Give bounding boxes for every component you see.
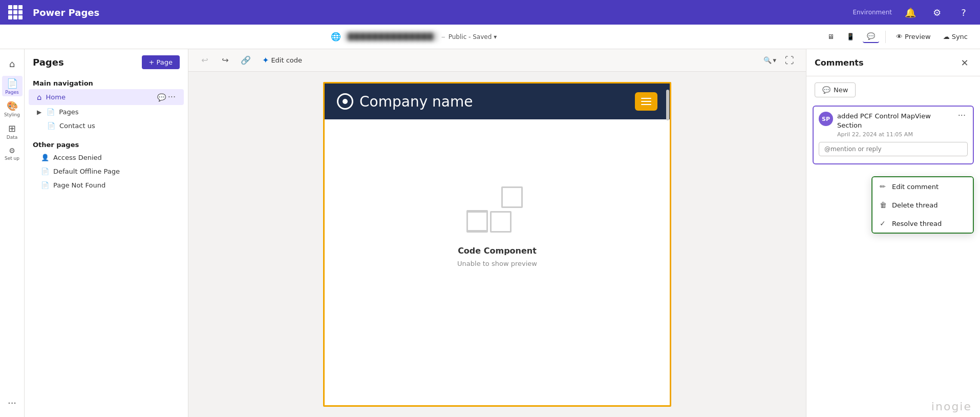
sync-button[interactable]: ☁ Sync: [939, 31, 972, 43]
home-more-icon[interactable]: ···: [168, 92, 176, 102]
hamburger-button[interactable]: [635, 92, 657, 111]
pages-panel-title: Pages: [33, 57, 64, 68]
toolbar-right-actions: 🖥 📱 💬 👁 Preview ☁ Sync: [823, 30, 972, 43]
status-badge: Public - Saved ▾: [449, 33, 497, 40]
sidebar-item-home[interactable]: ⌂: [2, 53, 23, 74]
pages-label: Pages: [5, 90, 18, 95]
comment-context-menu: ✏ Edit comment 🗑 Delete thread ✓ Resolve…: [871, 176, 974, 234]
nav-item-access-denied[interactable]: 👤 Access Denied: [29, 151, 184, 164]
undo-button[interactable]: ↩: [197, 52, 213, 69]
more-options-button[interactable]: ···: [2, 392, 23, 413]
home-nav-icon: ⌂: [37, 93, 42, 102]
zoom-chevron: ▾: [773, 56, 776, 64]
app-title: Power Pages: [33, 7, 99, 18]
scrollbar[interactable]: [666, 84, 670, 405]
nav-item-access-denied-label: Access Denied: [53, 154, 102, 161]
edit-code-label: Edit code: [271, 56, 302, 64]
offline-icon: 📄: [41, 168, 49, 175]
new-comment-icon: 💬: [822, 86, 830, 94]
home-nav-actions: 💬 ···: [157, 92, 176, 102]
hamburger-line-3: [641, 104, 651, 105]
preview-label: Preview: [905, 33, 931, 40]
toggle-tablet-button[interactable]: 📱: [842, 31, 859, 43]
comment-thread: SP added PCF Control MapView Section Apr…: [813, 106, 974, 164]
contact-page-icon: 📄: [47, 122, 55, 130]
access-denied-icon: 👤: [41, 154, 49, 161]
logo-circle-inner: [343, 99, 348, 104]
preview-button[interactable]: 👁 Preview: [892, 31, 935, 43]
canvas-toolbar: ↩ ↪ 🔗 ✦ Edit code 🔍 ▾ ⛶: [188, 49, 806, 72]
pages-icon: 📄: [7, 78, 18, 89]
nav-item-offline-label: Default Offline Page: [53, 168, 120, 175]
home-comment-icon[interactable]: 💬: [157, 93, 166, 101]
close-comments-button[interactable]: ✕: [957, 55, 972, 70]
sidebar-item-styling[interactable]: 🎨 Styling: [2, 98, 23, 119]
new-comment-label: New: [834, 86, 848, 94]
edit-comment-label: Edit comment: [892, 183, 939, 191]
comment-body: added PCF Control MapView Section April …: [837, 112, 956, 138]
hamburger-line-1: [641, 98, 651, 99]
globe-icon: 🌐: [331, 32, 341, 41]
check-icon: ✓: [880, 219, 888, 227]
status-chevron[interactable]: ▾: [494, 33, 497, 40]
app-brand: Power Pages: [8, 5, 99, 19]
main-layout: ⌂ 📄 Pages 🎨 Styling ⊞ Data ⚙ Set up ··· …: [0, 49, 980, 417]
new-comment-button[interactable]: 💬 New: [815, 82, 856, 97]
comment-text: added PCF Control MapView Section: [837, 112, 956, 130]
nav-item-pages[interactable]: ▶ 📄 Pages: [29, 105, 184, 119]
resolve-thread-item[interactable]: ✓ Resolve thread: [872, 214, 973, 233]
sidebar-item-data[interactable]: ⊞ Data: [2, 121, 23, 141]
env-info: Environment: [853, 9, 892, 16]
nav-item-not-found[interactable]: 📄 Page Not Found: [29, 178, 184, 192]
delete-thread-item[interactable]: 🗑 Delete thread: [872, 196, 973, 214]
logo-circle: [337, 93, 353, 110]
help-button[interactable]: ?: [955, 4, 972, 20]
comment-avatar: SP: [819, 112, 833, 126]
comments-header: Comments ✕: [806, 49, 980, 76]
zoom-icon: 🔍: [763, 56, 772, 64]
site-info: 🌐 ██████████████ – Public - Saved ▾: [8, 32, 819, 41]
preview-frame: Company name: [323, 82, 671, 407]
status-text: Public - Saved: [449, 33, 492, 40]
company-logo: Company name: [337, 93, 473, 110]
second-toolbar: 🌐 ██████████████ – Public - Saved ▾ 🖥 📱 …: [0, 25, 980, 49]
sidebar-item-setup[interactable]: ⚙ Set up: [2, 143, 23, 164]
notification-button[interactable]: 🔔: [902, 4, 919, 20]
comments-panel: Comments ✕ 💬 New SP added PCF Control Ma…: [806, 49, 980, 417]
code-component-icon: [466, 186, 528, 238]
toggle-desktop-button[interactable]: 🖥: [823, 31, 838, 43]
sync-label: Sync: [952, 33, 968, 40]
comment-timestamp: April 22, 2024 at 11:05 AM: [837, 131, 956, 138]
comment-reply-input[interactable]: [819, 142, 968, 156]
left-nav: ⌂ 📄 Pages 🎨 Styling ⊞ Data ⚙ Set up ···: [0, 49, 25, 417]
preview-wrapper: Company name: [188, 72, 806, 417]
sync-icon: ☁: [943, 33, 950, 40]
edit-comment-item[interactable]: ✏ Edit comment: [872, 177, 973, 196]
styling-label: Styling: [4, 112, 20, 117]
nav-item-contact[interactable]: 📄 Contact us: [29, 119, 184, 133]
scroll-thumb: [666, 90, 669, 120]
nav-item-home-label: Home: [46, 93, 66, 101]
add-page-button[interactable]: + Page: [142, 55, 180, 69]
pages-page-icon: 📄: [47, 108, 55, 116]
zoom-button[interactable]: 🔍 ▾: [760, 54, 779, 66]
preview-icon: 👁: [896, 33, 903, 40]
home-icon: ⌂: [9, 58, 15, 69]
canvas-area: ↩ ↪ 🔗 ✦ Edit code 🔍 ▾ ⛶: [188, 49, 806, 417]
comment-thread-header: SP added PCF Control MapView Section Apr…: [819, 112, 968, 138]
comments-toggle-button[interactable]: 💬: [863, 30, 879, 43]
data-icon: ⊞: [8, 123, 16, 134]
link-button[interactable]: 🔗: [238, 52, 254, 69]
settings-button[interactable]: ⚙: [929, 4, 945, 20]
company-name: Company name: [359, 93, 473, 110]
edit-code-button[interactable]: ✦ Edit code: [258, 53, 306, 67]
top-nav-bar: Power Pages Environment 🔔 ⚙ ?: [0, 0, 980, 25]
edit-icon: ✏: [880, 182, 888, 191]
nav-item-home[interactable]: ⌂ Home 💬 ···: [29, 89, 184, 105]
nav-item-not-found-label: Page Not Found: [53, 181, 105, 189]
sidebar-item-pages[interactable]: 📄 Pages: [2, 76, 23, 96]
nav-item-offline[interactable]: 📄 Default Offline Page: [29, 164, 184, 178]
expand-button[interactable]: ⛶: [781, 52, 798, 69]
comment-more-button[interactable]: ···: [956, 112, 968, 120]
redo-button[interactable]: ↪: [217, 52, 233, 69]
